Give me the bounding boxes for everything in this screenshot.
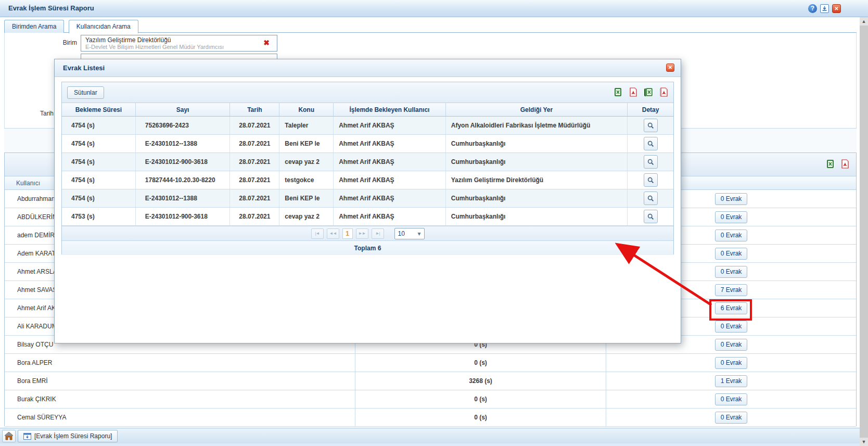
magnifier-icon xyxy=(647,141,654,147)
column-header: Sayı xyxy=(136,103,231,116)
user-name: Bora ALPER xyxy=(5,354,355,372)
user-name: Bora EMRİ xyxy=(5,372,355,390)
evrak-row: 4754 (s) E-24301012--1388 28.07.2021 Ben… xyxy=(62,135,673,153)
pdf-export-all-icon[interactable] xyxy=(659,87,668,97)
taskbar: [Evrak İşlem Süresi Raporu] xyxy=(0,428,868,443)
islem-suresi: 0 (s) xyxy=(355,409,606,426)
help-icon[interactable]: ? xyxy=(808,4,817,13)
column-header: Geldiği Yer xyxy=(446,103,628,116)
pdf-export-icon[interactable] xyxy=(629,87,638,97)
columns-button[interactable]: Sütunlar xyxy=(67,86,104,99)
evrak-count-button[interactable]: 7 Evrak xyxy=(715,284,747,296)
current-page-button[interactable]: 1 xyxy=(342,228,353,239)
dialog-toolbar: Sütunlar xyxy=(62,82,673,103)
minimize-window-icon[interactable] xyxy=(820,4,829,13)
table-row: Burak ÇIKRIK 0 (s) 0 Evrak xyxy=(5,390,856,409)
scroll-up-icon[interactable]: ▲ xyxy=(860,17,868,26)
table-row: Cemal SÜREYYA 0 (s) 0 Evrak xyxy=(5,409,856,427)
islem-suresi: 0 (s) xyxy=(355,354,606,372)
user-name: Cemal SÜREYYA xyxy=(5,409,355,426)
last-page-button[interactable]: ►| xyxy=(372,228,384,239)
column-header: Detay xyxy=(628,103,673,116)
birim-subtitle: E-Devlet Ve Bilişim Hizmetleri Genel Müd… xyxy=(85,44,264,50)
page-size-dropdown[interactable]: 10 ▾ xyxy=(394,228,425,239)
page-title: Evrak İşlem Süresi Raporu xyxy=(8,0,94,17)
islem-suresi: 3268 (s) xyxy=(355,372,606,390)
dialog-table-header: Bekleme Süresi Sayı Tarih Konu İşlemde B… xyxy=(62,103,673,117)
close-window-icon[interactable]: ✕ xyxy=(832,4,841,13)
evrak-count-button[interactable]: 0 Evrak xyxy=(715,230,747,241)
evrak-count-button[interactable]: 0 Evrak xyxy=(715,248,747,260)
taskbar-window-label: [Evrak İşlem Süresi Raporu] xyxy=(34,432,112,440)
evrak-listesi-dialog: Evrak Listesi ✕ Sütunlar xyxy=(54,59,681,343)
magnifier-icon xyxy=(647,159,654,165)
table-row: Bora ALPER 0 (s) 0 Evrak xyxy=(5,354,856,372)
evrak-count-button-highlighted[interactable]: 6 Evrak xyxy=(715,302,747,314)
evrak-count-button[interactable]: 0 Evrak xyxy=(715,193,747,205)
column-header: Bekleme Süresi xyxy=(62,103,136,116)
evrak-count-button[interactable]: 0 Evrak xyxy=(715,339,747,351)
magnifier-icon xyxy=(647,195,654,202)
dialog-titlebar[interactable]: Evrak Listesi ✕ xyxy=(55,59,681,77)
detay-button[interactable] xyxy=(644,137,658,150)
bottom-strip xyxy=(0,443,868,446)
detay-button[interactable] xyxy=(644,210,658,223)
magnifier-icon xyxy=(647,177,654,184)
evrak-count-button[interactable]: 0 Evrak xyxy=(715,211,747,223)
evrak-row: 4754 (s) 75263696-2423 28.07.2021 Talepl… xyxy=(62,117,673,135)
magnifier-icon xyxy=(647,122,654,129)
evrak-count-button[interactable]: 0 Evrak xyxy=(715,266,747,278)
clear-field-icon[interactable]: ✖ xyxy=(263,39,270,46)
next-page-button[interactable]: ►► xyxy=(356,228,368,239)
dialog-title: Evrak Listesi xyxy=(63,59,105,77)
evrak-row: 4754 (s) 17827444-10.20.30-8220 28.07.20… xyxy=(62,171,673,189)
scroll-down-icon[interactable]: ▼ xyxy=(860,438,868,446)
previous-page-button[interactable]: ◄◄ xyxy=(327,228,339,239)
evrak-count-button[interactable]: 0 Evrak xyxy=(715,393,747,405)
home-button[interactable] xyxy=(2,430,16,442)
excel-export-all-icon[interactable] xyxy=(644,87,653,97)
evrak-row: 4753 (s) E-24301012-900-3618 28.07.2021 … xyxy=(62,208,673,226)
user-name: Burak ÇIKRIK xyxy=(5,390,355,408)
column-header: Konu xyxy=(279,103,334,116)
chevron-down-icon: ▾ xyxy=(417,230,420,237)
detay-button[interactable] xyxy=(644,192,658,205)
tab-strip: Birimden Arama Kullanıcıdan Arama xyxy=(4,20,857,33)
evrak-count-button[interactable]: 0 Evrak xyxy=(715,357,747,369)
excel-export-icon[interactable] xyxy=(614,87,623,97)
evrak-row: 4754 (s) E-24301012-900-3618 28.07.2021 … xyxy=(62,153,673,171)
excel-export-icon[interactable] xyxy=(826,159,835,169)
pagination-bar: |◄ ◄◄ 1 ►► ►| 10 ▾ xyxy=(62,226,673,240)
birim-value: Yazılım Geliştirme Direktörlüğü xyxy=(85,36,264,44)
window-icon xyxy=(23,433,31,440)
pdf-export-icon[interactable] xyxy=(840,159,850,169)
column-header: İşlemde Bekleyen Kullanıcı xyxy=(334,103,446,116)
first-page-button[interactable]: |◄ xyxy=(311,228,324,239)
column-header: Tarih xyxy=(230,103,279,116)
tab-kullanicidan-arama[interactable]: Kullanıcıdan Arama xyxy=(69,20,138,33)
birim-field[interactable]: Yazılım Geliştirme Direktörlüğü E-Devlet… xyxy=(81,35,277,52)
tab-birimden-arama[interactable]: Birimden Arama xyxy=(4,20,64,33)
detay-button[interactable] xyxy=(644,173,658,187)
total-label: Toplam 6 xyxy=(354,245,381,252)
table-row: Bora EMRİ 3268 (s) 1 Evrak xyxy=(5,372,856,390)
taskbar-window-button[interactable]: [Evrak İşlem Süresi Raporu] xyxy=(18,430,118,442)
birim-label: Birim xyxy=(0,39,77,46)
arrow-down-tray-icon xyxy=(822,6,827,11)
evrak-count-button[interactable]: 0 Evrak xyxy=(715,412,747,424)
dialog-close-icon[interactable]: ✕ xyxy=(666,63,674,72)
home-icon xyxy=(4,432,14,440)
islem-suresi: 0 (s) xyxy=(355,390,606,408)
total-footer: Toplam 6 xyxy=(62,240,673,255)
evrak-row: 4754 (s) E-24301012--1388 28.07.2021 Ben… xyxy=(62,189,673,208)
window-titlebar: Evrak İşlem Süresi Raporu ? ✕ xyxy=(0,0,868,17)
detay-button[interactable] xyxy=(644,155,658,169)
detay-button[interactable] xyxy=(644,119,658,132)
vertical-scrollbar[interactable]: ▲ ▼ xyxy=(860,17,868,446)
tarih-label: Tarih xyxy=(0,110,54,117)
evrak-count-button[interactable]: 1 Evrak xyxy=(715,375,747,387)
evrak-count-button[interactable]: 0 Evrak xyxy=(715,321,747,333)
dialog-grid-panel: Sütunlar xyxy=(61,82,674,254)
magnifier-icon xyxy=(647,213,654,220)
